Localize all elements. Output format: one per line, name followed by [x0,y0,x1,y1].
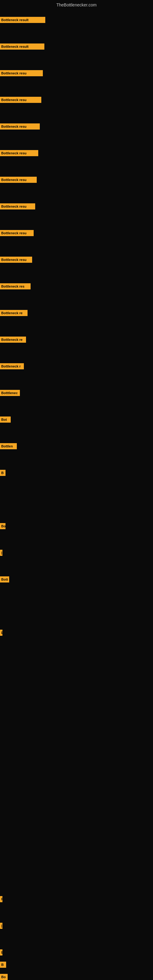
bottleneck-label: B [0,962,6,968]
bar-item: Bott [0,576,9,582]
bottleneck-label: Bottleneck r [0,363,24,369]
bottleneck-label: Bo [0,523,5,529]
bar-item: Bottleneck re [0,337,26,343]
bottleneck-label: Bottleneck resu [0,177,37,183]
bottleneck-label: Bot [0,417,11,423]
site-title: TheBottlenecker.com [0,0,153,9]
bar-item: Bottleneck result [0,43,45,49]
bar-item: Bottleneck resu [0,204,35,210]
bar-item: B [0,470,5,476]
bottleneck-label: Bottleneck resu [0,257,32,263]
bar-item: Bottleneck resu [0,123,40,130]
bar-item: Bottleneck resu [0,177,37,183]
bottleneck-label: E [0,630,2,636]
bottleneck-label: Bott [0,576,9,582]
bottleneck-label: Bottleneck resu [0,97,41,103]
bottleneck-label: Bottleneck result [0,43,45,49]
bar-item: E [0,950,2,956]
bottleneck-label: Bo [0,974,8,980]
bottleneck-label: Bottleneck result [0,17,45,23]
bar-item: Botttlenec [0,390,20,396]
bottleneck-label: Bottlen [0,443,17,449]
bottleneck-label: Bottleneck resu [0,70,43,76]
bar-item: | [0,923,2,929]
bottleneck-label: Bottleneck re [0,337,26,343]
bottleneck-label: | [0,923,2,929]
bottleneck-label: Bottleneck resu [0,150,38,156]
bottleneck-label: Bottleneck resu [0,204,35,210]
bottleneck-label: B [0,470,5,476]
bar-item: Bottleneck resu [0,230,33,236]
bar-item: Bottlen [0,443,17,449]
bar-item: F [0,896,2,902]
bar-item: Bottleneck resu [0,97,41,103]
bottleneck-label: E [0,950,2,956]
bottleneck-label: Bottleneck resu [0,230,33,236]
bar-item: Bottleneck resu [0,70,43,76]
bar-item: | [0,550,2,556]
bar-item: Bottleneck resu [0,150,38,156]
bar-item: Bo [0,523,5,529]
bar-item: Bo [0,974,8,980]
bottleneck-label: | [0,550,2,556]
bar-item: Bot [0,417,11,423]
bottleneck-label: Bottleneck re [0,310,27,316]
bar-item: E [0,630,2,636]
bar-item: Bottleneck res [0,283,30,290]
bar-item: Bottleneck re [0,310,27,316]
bottleneck-label: F [0,896,2,902]
bar-item: B [0,962,6,968]
bottleneck-label: Bottleneck resu [0,123,40,130]
bar-item: Bottleneck resu [0,257,32,263]
bar-item: Bottleneck r [0,363,24,369]
bottleneck-label: Bottleneck res [0,283,30,290]
bottleneck-label: Botttlenec [0,390,20,396]
bar-item: Bottleneck result [0,17,45,23]
